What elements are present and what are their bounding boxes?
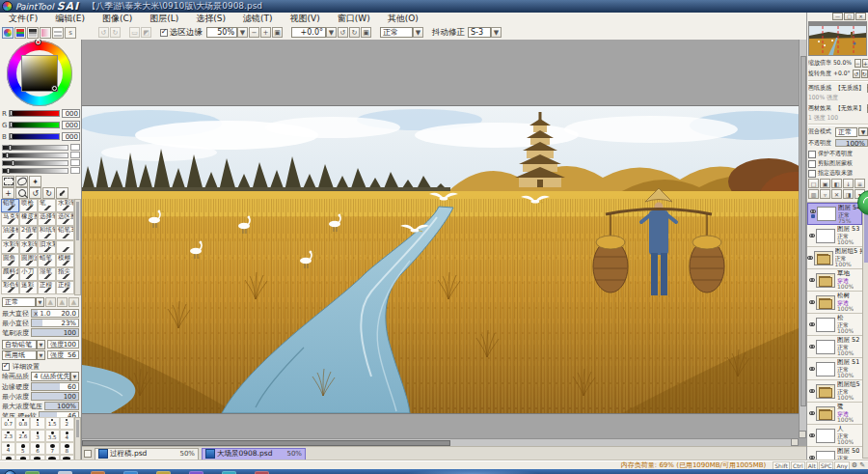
navigator-rotate-cw-button[interactable]: ↻ — [861, 70, 868, 78]
layer-visibility[interactable] — [807, 367, 816, 371]
layer-visibility[interactable] — [807, 234, 816, 237]
angle-field[interactable]: +0.0° — [291, 27, 326, 38]
green-slider[interactable] — [9, 122, 60, 128]
brush-shape-2[interactable]: ▲ — [57, 297, 68, 307]
menu-item[interactable]: 其他(O) — [379, 13, 427, 25]
advanced-slider[interactable]: 100 — [31, 392, 79, 401]
layer-row[interactable]: 图层 51正常100% — [807, 358, 862, 380]
delete-layer-button[interactable]: ✕ — [831, 189, 842, 199]
stabilizer-dropdown-button[interactable]: ▼ — [491, 27, 502, 38]
layer-row[interactable]: 松正常100% — [807, 314, 862, 336]
redo-button[interactable]: ↻ — [110, 27, 121, 38]
hue-marker[interactable] — [36, 40, 41, 44]
zoom-in-button[interactable]: + — [260, 27, 271, 38]
mixer-swatch-4[interactable] — [70, 167, 80, 174]
brush-size-preset[interactable]: 0.8 — [15, 417, 30, 430]
rotate-ccw-button[interactable]: ↺ — [338, 27, 348, 38]
brush-size-preset[interactable]: 4 — [1, 442, 15, 455]
brush-item[interactable]: 2值笔 — [19, 226, 38, 239]
brush-item[interactable]: 马克笔 — [1, 212, 19, 226]
new-layer-button[interactable]: □ — [808, 179, 819, 188]
advanced-slider[interactable]: 60 — [31, 382, 79, 391]
brush-item[interactable]: 指尖 — [56, 267, 74, 281]
mixer-slider-1[interactable] — [2, 145, 68, 151]
brush-size-preset[interactable]: 4 — [60, 430, 74, 442]
layer-row[interactable]: 松树穿透100% — [807, 292, 862, 314]
layer-row[interactable]: 鹭穿透100% — [807, 403, 862, 425]
brush-item[interactable]: 颜料盒 — [1, 267, 19, 281]
brush-item[interactable]: 小刀 — [19, 267, 38, 281]
menu-item[interactable]: 滤镜(T) — [234, 13, 282, 25]
brush-item[interactable]: 正楷 — [56, 281, 74, 294]
advanced-slider[interactable]: 100% — [44, 402, 79, 410]
brush-size-preset[interactable]: 2.6 — [15, 430, 30, 442]
color-wheel-toggle[interactable] — [2, 27, 14, 39]
deselect-button[interactable]: ▭ — [129, 27, 140, 38]
brush-item[interactable]: 铅笔30 — [56, 226, 74, 239]
canvas-horizontal-scrollbar[interactable] — [82, 438, 791, 446]
canvas-area[interactable] — [82, 40, 806, 446]
mixer-slider-2[interactable] — [2, 153, 68, 158]
reset-view-tool[interactable]: ↻ — [42, 187, 55, 199]
blue-value[interactable]: 000 — [62, 132, 80, 141]
brush-size-preset[interactable]: 2.3 — [1, 430, 15, 442]
color-wheel[interactable] — [4, 41, 77, 108]
lock-layer-button[interactable]: ◨ — [843, 189, 854, 199]
mixer-slider-3[interactable] — [2, 160, 68, 166]
brush-texture1-dropdown-button[interactable]: ▼ — [37, 340, 45, 349]
brush-item[interactable]: 圆周波 — [19, 254, 38, 267]
brush-size-preset[interactable]: 7 — [45, 442, 60, 455]
max-diameter-slider[interactable]: x 1.0 20.0 — [31, 309, 79, 318]
hsv-slider-toggle[interactable] — [27, 27, 39, 39]
scratchpad-toggle[interactable]: s — [65, 27, 76, 39]
layer-visibility[interactable] — [807, 256, 814, 260]
clear-layer-button[interactable]: ▿ — [820, 189, 830, 199]
brush-shape-3[interactable]: ▲ — [68, 297, 79, 307]
eyedropper-tool[interactable] — [56, 187, 68, 199]
layer-row[interactable]: 图层组5 拷贝正常100% — [807, 247, 862, 269]
brush-texture1-strength-slider[interactable]: 强度 100 — [47, 340, 79, 349]
brush-item[interactable]: 选择笔 — [38, 212, 56, 226]
angle-dropdown-button[interactable]: ▼ — [326, 27, 337, 38]
layer-row[interactable]: 图层 50正常100% — [807, 447, 862, 460]
brush-item[interactable]: 模糊 — [56, 254, 74, 267]
brush-size-preset[interactable]: 5 — [15, 442, 30, 455]
brush-item[interactable]: 水彩笔4 — [1, 240, 19, 254]
brush-size-preset[interactable]: 3 — [30, 430, 44, 442]
layer-row[interactable]: 草地穿透100% — [807, 269, 862, 292]
brush-texture2-dropdown[interactable]: 画用纸 — [2, 350, 37, 360]
brush-size-scrollbar[interactable] — [74, 417, 81, 460]
brush-item[interactable]: 正楷 — [38, 281, 56, 294]
layer-row[interactable]: 人正常100% — [807, 425, 862, 447]
paint-quality-dropdown[interactable]: 4 (品质优先) — [31, 372, 70, 381]
mixer-swatch-1[interactable] — [70, 144, 80, 151]
blue-slider[interactable] — [9, 133, 60, 140]
layer-visibility[interactable] — [807, 411, 816, 415]
paint-mode-dropdown[interactable]: 正常 — [380, 27, 413, 38]
angle-reset-button[interactable]: ▣ — [361, 27, 371, 38]
canvas-vertical-scrollbar[interactable] — [799, 40, 806, 438]
brush-size-preset[interactable]: 1 — [30, 417, 44, 430]
vscroll-end-button[interactable] — [799, 431, 806, 438]
brush-density-slider[interactable]: 100 — [31, 328, 79, 337]
brush-item[interactable] — [56, 240, 74, 254]
blend-mode-dropdown-button[interactable]: ▼ — [858, 127, 868, 136]
advanced-settings-checkbox[interactable] — [2, 363, 10, 371]
mixer-slider-4[interactable] — [2, 168, 68, 174]
green-value[interactable]: 000 — [62, 121, 80, 129]
navigator-zoom-out-button[interactable]: − — [854, 59, 861, 68]
rotate-view-tool[interactable]: ↺ — [29, 187, 41, 199]
protect-opacity-checkbox[interactable] — [808, 151, 816, 158]
blend-mode-dropdown[interactable]: 正常 — [835, 127, 857, 137]
close-button[interactable]: ✕ — [855, 13, 866, 20]
menu-item[interactable]: 编辑(E) — [46, 13, 94, 25]
navigator-rotate-ccw-button[interactable]: ↺ — [853, 70, 859, 78]
swatches-toggle[interactable] — [52, 27, 64, 39]
brush-palette-scrollbar[interactable] — [74, 199, 81, 295]
invert-selection-button[interactable]: ◩ — [141, 27, 151, 38]
red-slider[interactable] — [9, 110, 60, 117]
sv-marker[interactable] — [52, 86, 57, 91]
brush-item[interactable]: 喷枪 — [19, 199, 38, 212]
document-tab[interactable]: 大场景0908.psd50% — [202, 448, 306, 460]
move-tool[interactable]: + — [2, 187, 14, 199]
